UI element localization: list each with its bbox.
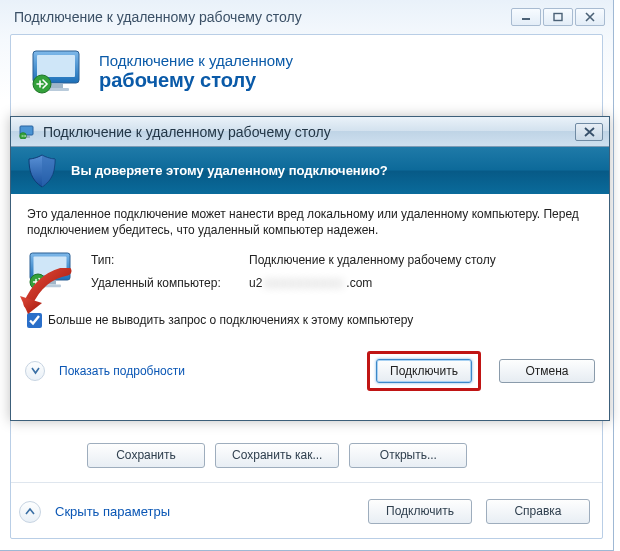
caption-buttons xyxy=(511,8,605,26)
collapse-label[interactable]: Скрыть параметры xyxy=(55,504,170,519)
main-titlebar: Подключение к удаленному рабочему столу xyxy=(0,0,613,34)
dialog-warning-text: Это удаленное подключение может нанести … xyxy=(27,206,593,238)
close-icon xyxy=(584,12,596,22)
save-as-button[interactable]: Сохранить как... xyxy=(215,443,339,468)
dialog-question: Вы доверяете этому удаленному подключени… xyxy=(71,163,388,178)
connect-highlight-frame: Подключить xyxy=(367,351,481,391)
connection-details: Тип: Подключение к удаленному рабочему с… xyxy=(27,252,593,292)
rdc-header-line2: рабочему столу xyxy=(99,69,293,92)
rdc-header-text: Подключение к удаленному рабочему столу xyxy=(99,52,293,92)
rdc-monitor-icon xyxy=(27,252,73,292)
dont-ask-again-label: Больше не выводить запрос о подключениях… xyxy=(48,312,413,328)
dont-ask-again-checkbox[interactable] xyxy=(27,313,42,328)
show-details-label[interactable]: Показать подробности xyxy=(59,364,185,378)
maximize-icon xyxy=(552,12,564,22)
save-buttons-row: Сохранить Сохранить как... Открыть... xyxy=(11,439,602,476)
type-label: Тип: xyxy=(91,252,231,268)
remote-computer-value: u2xxxxxxxxxx.com xyxy=(249,275,496,291)
trust-dialog: Подключение к удаленному рабочему столу … xyxy=(10,116,610,421)
main-help-button[interactable]: Справка xyxy=(486,499,590,524)
svg-rect-11 xyxy=(34,257,67,276)
remote-computer-label: Удаленный компьютер: xyxy=(91,275,231,291)
chevron-up-icon xyxy=(25,507,35,517)
chevron-down-icon xyxy=(31,366,40,375)
rdc-small-icon xyxy=(19,125,35,139)
dialog-footer: Показать подробности Подключить Отмена xyxy=(11,351,609,405)
svg-rect-3 xyxy=(37,55,75,77)
minimize-icon xyxy=(520,12,532,22)
dialog-close-button[interactable] xyxy=(575,123,603,141)
dialog-body: Это удаленное подключение может нанести … xyxy=(11,194,609,329)
shield-icon xyxy=(27,154,57,188)
main-bottom-area: Сохранить Сохранить как... Открыть... Ск… xyxy=(11,439,602,538)
close-button[interactable] xyxy=(575,8,605,26)
rdc-header: Подключение к удаленному рабочему столу xyxy=(29,49,584,95)
details-grid: Тип: Подключение к удаленному рабочему с… xyxy=(91,252,496,290)
rdc-monitor-icon xyxy=(29,49,83,95)
rdc-header-line1: Подключение к удаленному xyxy=(99,52,293,69)
dont-ask-again-row[interactable]: Больше не выводить запрос о подключениях… xyxy=(27,312,593,328)
close-icon xyxy=(584,127,595,137)
dialog-titlebar: Подключение к удаленному рабочему столу xyxy=(11,117,609,147)
obscured-hostname: xxxxxxxxxx xyxy=(264,275,344,291)
main-footer: Скрыть параметры Подключить Справка xyxy=(11,489,602,538)
open-button[interactable]: Открыть... xyxy=(349,443,467,468)
dialog-connect-button[interactable]: Подключить xyxy=(376,359,472,383)
dialog-cancel-button[interactable]: Отмена xyxy=(499,359,595,383)
svg-rect-1 xyxy=(554,14,562,21)
show-details-toggle[interactable] xyxy=(25,361,45,381)
dialog-title: Подключение к удаленному рабочему столу xyxy=(43,124,567,140)
divider xyxy=(11,482,602,483)
type-value: Подключение к удаленному рабочему столу xyxy=(249,252,496,268)
main-window-title: Подключение к удаленному рабочему столу xyxy=(14,9,511,25)
dialog-question-band: Вы доверяете этому удаленному подключени… xyxy=(11,147,609,194)
maximize-button[interactable] xyxy=(543,8,573,26)
save-button[interactable]: Сохранить xyxy=(87,443,205,468)
main-connect-button[interactable]: Подключить xyxy=(368,499,472,524)
collapse-toggle[interactable] xyxy=(19,501,41,523)
minimize-button[interactable] xyxy=(511,8,541,26)
